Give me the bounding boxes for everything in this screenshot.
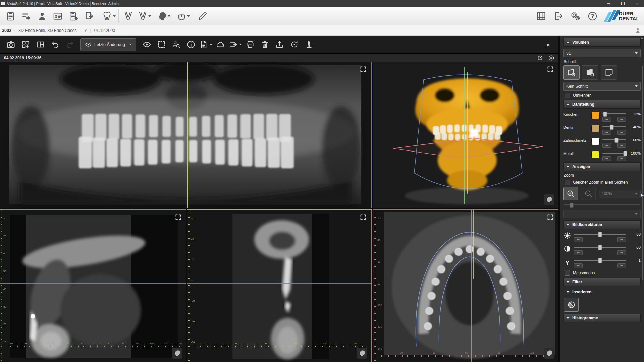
orientation-head-icon[interactable] xyxy=(544,348,554,359)
slider-stepper-right-button[interactable] xyxy=(617,250,626,255)
mausmodus-checkbox[interactable]: Mausmodus xyxy=(565,270,641,276)
slider-stepper-left-button[interactable] xyxy=(602,130,611,135)
open-external-icon[interactable] xyxy=(537,55,543,61)
section-header-filter[interactable]: Filter xyxy=(563,278,641,286)
patient-button[interactable] xyxy=(34,8,50,24)
fullscreen-button[interactable] xyxy=(360,66,367,73)
slice-mode-filled-button[interactable] xyxy=(582,65,598,80)
visibility-button[interactable] xyxy=(140,38,154,52)
orientation-head-icon[interactable] xyxy=(172,348,182,359)
jaw-views-button[interactable] xyxy=(175,8,191,24)
section-header-volumen[interactable]: Volumen xyxy=(563,38,641,47)
sidebar-scroll-up[interactable]: ▲ xyxy=(641,36,643,39)
arch-view-dropdown-button[interactable] xyxy=(136,8,152,24)
info-button[interactable] xyxy=(184,38,199,52)
volume-3d-view[interactable] xyxy=(373,62,558,208)
implant-button[interactable] xyxy=(302,38,317,52)
delete-button[interactable] xyxy=(258,38,272,52)
material-opacity-slider[interactable] xyxy=(602,137,626,142)
orientation-head-icon[interactable] xyxy=(544,194,554,205)
material-color-swatch[interactable] xyxy=(591,125,600,132)
fullscreen-button[interactable] xyxy=(360,214,367,221)
panorama-view[interactable] xyxy=(0,62,372,208)
report-button[interactable] xyxy=(199,38,213,52)
import-export-button[interactable] xyxy=(82,8,97,24)
correction-slider[interactable] xyxy=(574,258,626,263)
patient-card-button[interactable] xyxy=(50,8,66,24)
material-opacity-slider[interactable] xyxy=(602,150,626,156)
close-study-icon[interactable] xyxy=(548,55,554,61)
section-header-histogramme[interactable]: Histogramme xyxy=(563,314,641,322)
insert-annotation-button[interactable] xyxy=(564,298,579,312)
worklist-button[interactable] xyxy=(18,8,34,24)
undo-button[interactable] xyxy=(48,38,62,52)
slider-stepper-left-button[interactable] xyxy=(602,156,611,161)
zoom-slider[interactable] xyxy=(564,202,640,207)
add-view-button[interactable] xyxy=(18,38,33,52)
layout-button[interactable] xyxy=(33,38,48,52)
schnitt-select[interactable]: Kein Schnitt xyxy=(563,82,641,90)
head-views-button[interactable] xyxy=(156,8,171,24)
zoom-preset-select[interactable] xyxy=(563,210,641,218)
fullscreen-button[interactable] xyxy=(175,214,182,221)
patient-id[interactable]: 3002 xyxy=(2,28,11,33)
send-button[interactable] xyxy=(272,38,287,52)
slider-stepper-right-button[interactable] xyxy=(617,130,626,135)
same-zoom-checkbox[interactable]: Gleicher Zoom in allen Sichten xyxy=(565,180,641,185)
zoom-in-button[interactable] xyxy=(563,187,578,200)
minimize-button[interactable] xyxy=(602,0,616,7)
snapshot-button[interactable] xyxy=(3,38,18,52)
tooth-status-button[interactable] xyxy=(101,8,117,24)
correction-slider[interactable] xyxy=(574,232,626,237)
material-color-swatch[interactable] xyxy=(591,112,600,119)
material-opacity-slider[interactable] xyxy=(602,111,626,116)
zoom-out-button[interactable] xyxy=(581,187,596,200)
slider-stepper-right-button[interactable] xyxy=(617,143,626,148)
sidebar-settings-gear-icon[interactable] xyxy=(632,352,641,361)
toolbar-overflow-button[interactable]: » xyxy=(546,41,555,48)
slice-mode-clip-button[interactable] xyxy=(601,65,617,80)
cross-crosshair-horizontal[interactable] xyxy=(187,283,371,284)
slider-stepper-right-button[interactable] xyxy=(617,263,626,268)
draw-button[interactable] xyxy=(195,8,210,24)
case-name[interactable]: 3D Endo Fälle, 3D Endo Cases xyxy=(18,28,77,33)
axial-view[interactable]: -20-40-60-80-100-120-140 20406080100 xyxy=(373,209,558,362)
history-dropdown[interactable]: Letzte Änderung xyxy=(80,38,136,51)
slider-stepper-left-button[interactable] xyxy=(602,117,611,122)
sagittal-view[interactable]: 8070605040302010 10203040506070809010011… xyxy=(0,209,186,362)
archive-button[interactable] xyxy=(533,8,549,24)
slider-stepper-left-button[interactable] xyxy=(574,237,583,242)
material-color-swatch[interactable] xyxy=(591,151,600,158)
slider-stepper-right-button[interactable] xyxy=(617,156,626,161)
sidebar-scrollbar[interactable] xyxy=(642,66,643,280)
section-header-anzeigen[interactable]: Anzeigen xyxy=(563,162,641,171)
orientation-head-icon[interactable] xyxy=(357,348,367,359)
umkehren-checkbox[interactable]: Umkehren xyxy=(565,93,641,98)
slider-stepper-right-button[interactable] xyxy=(617,117,626,122)
logout-button[interactable] xyxy=(550,8,566,24)
fullscreen-button[interactable] xyxy=(547,66,554,73)
close-button[interactable]: × xyxy=(630,0,644,7)
rotate-view-button[interactable] xyxy=(287,38,302,52)
slider-stepper-left-button[interactable] xyxy=(574,250,583,255)
patient-search-button[interactable] xyxy=(169,38,184,52)
redo-button[interactable] xyxy=(62,38,77,52)
patient-list-button[interactable] xyxy=(3,8,18,24)
cloud-button[interactable] xyxy=(213,38,228,52)
export-button[interactable] xyxy=(228,38,243,52)
material-color-swatch[interactable] xyxy=(591,138,600,145)
select-region-button[interactable] xyxy=(154,38,169,52)
section-header-bildkorrekturen[interactable]: Bildkorrekturen xyxy=(563,220,641,229)
zoom-level-select[interactable]: 100% xyxy=(599,190,641,198)
help-button[interactable] xyxy=(585,8,600,24)
pano-crosshair-vertical[interactable] xyxy=(187,62,188,208)
correction-slider[interactable] xyxy=(574,245,626,250)
arch-view-button[interactable] xyxy=(120,8,136,24)
new-record-button[interactable] xyxy=(66,8,82,24)
fullscreen-button[interactable] xyxy=(547,214,554,221)
settings-button[interactable] xyxy=(568,8,583,24)
slice-mode-plane-button[interactable] xyxy=(563,65,580,80)
print-button[interactable] xyxy=(243,38,258,52)
slider-stepper-left-button[interactable] xyxy=(574,263,583,268)
material-opacity-slider[interactable] xyxy=(602,124,626,129)
